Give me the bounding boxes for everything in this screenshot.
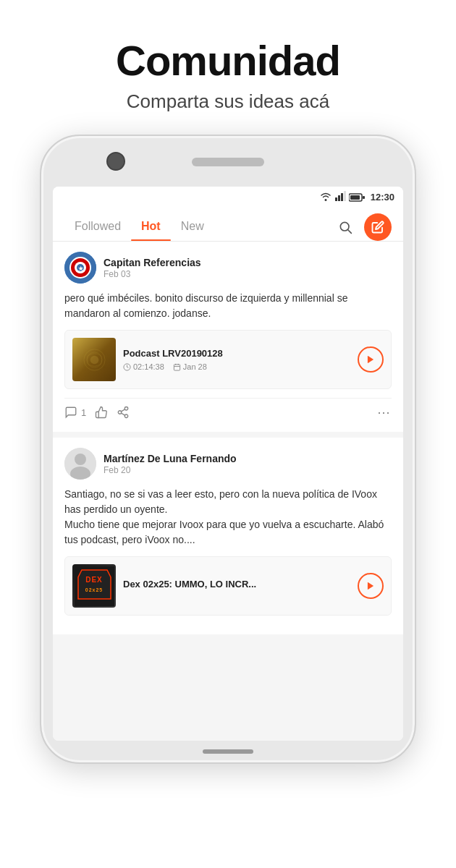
podcast-date-embed: Jan 28 <box>173 362 207 371</box>
svg-line-8 <box>348 230 352 234</box>
like-button[interactable] <box>95 403 117 422</box>
post-author: Capitan Referencias <box>104 257 201 268</box>
podcast-title: Podcast LRV20190128 <box>123 348 352 359</box>
share-button[interactable] <box>117 403 138 422</box>
tab-hot[interactable]: Hot <box>131 214 171 240</box>
podcast-thumbnail-2: DEX 02x25 <box>72 564 116 608</box>
podcast-meta: 02:14:38 Jan 28 <box>123 362 352 371</box>
play-button-2[interactable] <box>358 573 384 599</box>
feed: ★ Capitan Referencias Feb 03 pero qué im… <box>53 242 403 741</box>
nav-tabs: Followed Hot New <box>53 208 403 242</box>
svg-point-29 <box>75 454 86 465</box>
page-title: Comunidad <box>116 36 340 85</box>
post-meta: Capitan Referencias Feb 03 <box>104 257 201 279</box>
svg-rect-0 <box>335 197 337 201</box>
svg-point-16 <box>90 355 98 364</box>
comment-button[interactable]: 1 <box>64 403 95 422</box>
page-subtitle: Comparta sus ideas acá <box>116 90 340 113</box>
search-button[interactable] <box>332 214 358 240</box>
svg-rect-18 <box>174 364 180 370</box>
post-date-2: Feb 20 <box>104 465 237 475</box>
home-indicator <box>203 749 253 754</box>
svg-rect-3 <box>344 191 346 201</box>
avatar-image: ★ <box>64 252 96 284</box>
svg-marker-35 <box>368 582 373 590</box>
comment-count: 1 <box>81 407 86 418</box>
svg-rect-2 <box>341 193 343 201</box>
svg-text:★: ★ <box>78 265 84 272</box>
phone-camera <box>106 152 125 171</box>
post-date: Feb 03 <box>104 269 201 279</box>
svg-text:DEX: DEX <box>85 576 103 584</box>
status-time: 12:30 <box>371 192 394 203</box>
more-button[interactable]: ⋯ <box>377 404 392 420</box>
podcast-embed-2: DEX 02x25 Dex 02x25: UMMO, LO INCR... <box>64 556 392 616</box>
podcast-info-2: Dex 02x25: UMMO, LO INCR... <box>123 579 352 593</box>
tab-new[interactable]: New <box>171 214 214 240</box>
podcast-info: Podcast LRV20190128 02:14:38 Jan 28 <box>123 348 352 371</box>
post-card: ★ Capitan Referencias Feb 03 pero qué im… <box>53 242 403 432</box>
avatar: ★ <box>64 252 96 284</box>
battery-icon <box>349 193 365 202</box>
post-author-2: Martínez De Luna Fernando <box>104 453 237 464</box>
post-header: ★ Capitan Referencias Feb 03 <box>64 252 392 284</box>
avatar-image-2 <box>64 448 96 480</box>
phone-frame: 12:30 Followed Hot New <box>40 135 416 764</box>
wifi-icon <box>320 191 332 203</box>
post-actions: 1 <box>64 398 392 422</box>
post-content-2: Santiago, no se si vas a leer esto, pero… <box>64 487 392 548</box>
podcast-embed: Podcast LRV20190128 02:14:38 Jan 28 <box>64 330 392 389</box>
play-button[interactable] <box>358 346 384 373</box>
phone-screen: 12:30 Followed Hot New <box>53 187 403 741</box>
signal-icon <box>334 191 346 203</box>
compose-button[interactable] <box>364 213 392 241</box>
podcast-thumbnail <box>72 338 116 381</box>
svg-text:02x25: 02x25 <box>85 587 102 592</box>
podcast-duration: 02:14:38 <box>123 362 164 371</box>
avatar-2 <box>64 448 96 480</box>
tab-followed[interactable]: Followed <box>64 214 131 240</box>
phone-speaker <box>192 158 264 166</box>
svg-line-26 <box>122 413 125 415</box>
svg-marker-32 <box>78 570 111 599</box>
post-header-2: Martínez De Luna Fernando Feb 20 <box>64 448 392 480</box>
svg-marker-22 <box>368 356 373 364</box>
svg-rect-5 <box>350 195 360 200</box>
post-content: pero qué imbéciles. bonito discurso de i… <box>64 291 392 321</box>
status-bar: 12:30 <box>53 187 403 208</box>
svg-rect-6 <box>363 196 365 199</box>
svg-line-27 <box>122 409 125 412</box>
podcast-title-2: Dex 02x25: UMMO, LO INCR... <box>123 579 352 590</box>
page-header: Comunidad Comparta sus ideas acá <box>101 0 355 127</box>
post-card-2: Martínez De Luna Fernando Feb 20 Santiag… <box>53 438 403 634</box>
svg-rect-1 <box>338 195 340 201</box>
post-meta-2: Martínez De Luna Fernando Feb 20 <box>104 453 237 475</box>
